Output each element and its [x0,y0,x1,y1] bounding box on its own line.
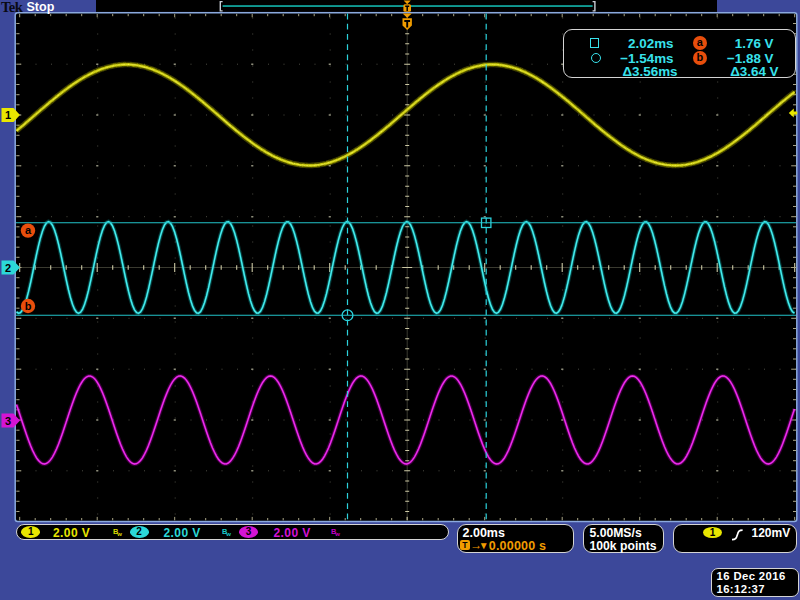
svg-text:3: 3 [5,415,11,427]
svg-text:2: 2 [5,262,11,274]
svg-text:b: b [25,300,32,312]
svg-text:1: 1 [5,109,11,121]
svg-text:a: a [25,224,32,236]
